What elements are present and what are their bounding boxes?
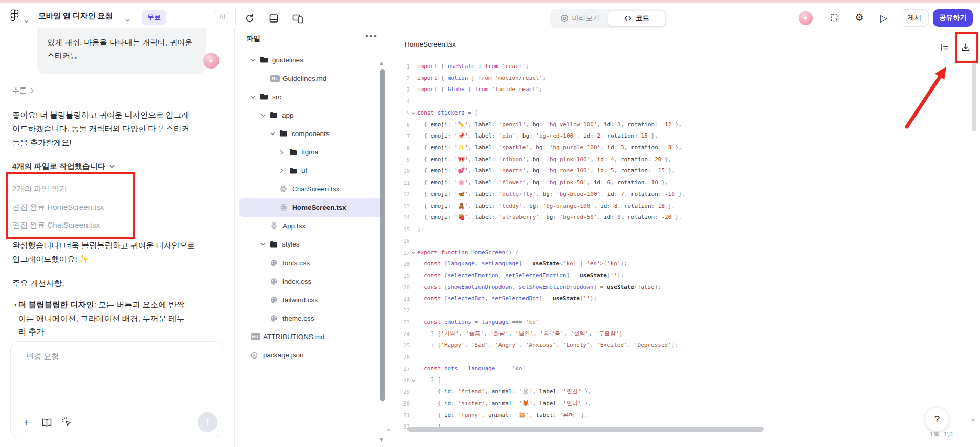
file-name: figma	[301, 148, 318, 156]
code-line: 26	[390, 351, 980, 363]
line-number: 14	[390, 212, 410, 223]
css-file-icon	[270, 278, 279, 285]
fold-chevron-icon[interactable]	[410, 374, 417, 386]
code-text: const emotions = language === 'ko'	[417, 317, 539, 328]
fold-gutter	[410, 351, 417, 363]
file-row-ChatScreen.tsx[interactable]: ChatScreen.tsx	[239, 180, 382, 198]
chevron-right-icon	[31, 88, 34, 93]
file-name: app	[282, 111, 294, 119]
code-text: { emoji: '🍓', label: 'strawberry', bg: '…	[417, 212, 682, 223]
code-text: import { motion } from 'motion/react';	[417, 73, 546, 84]
point-edit-cursor-icon[interactable]	[61, 416, 73, 429]
free-plan-badge[interactable]: 무료	[142, 10, 166, 25]
fold-chevron-icon[interactable]	[410, 107, 417, 119]
file-row-app[interactable]: app	[239, 106, 382, 124]
line-number: 7	[390, 130, 410, 142]
code-content[interactable]: 1import { useState } from 'react';2impor…	[390, 61, 980, 433]
line-number: 9	[390, 154, 410, 166]
file-row-ui[interactable]: ui	[239, 162, 382, 180]
fold-gutter	[410, 96, 417, 107]
preview-tab[interactable]: 미리보기	[552, 11, 608, 26]
run-play-icon[interactable]: ▷	[878, 12, 889, 24]
file-row-src[interactable]: src	[239, 87, 382, 106]
file-operation-item[interactable]: 편집 완료 HomeScreen.tsx	[12, 198, 104, 217]
title-chevron-icon[interactable]	[125, 15, 130, 24]
project-title[interactable]: 모바일 앱 디자인 요청	[38, 11, 113, 21]
file-row-components[interactable]: components	[239, 124, 382, 143]
css-file-icon	[270, 296, 279, 304]
file-tree: guidelinesM↓Guidelines.mdsrcappcomponent…	[235, 51, 386, 365]
file-row-App.tsx[interactable]: App.tsx	[239, 217, 382, 235]
help-button[interactable]: ?	[925, 408, 949, 431]
code-text: { emoji: '🦋', label: 'butterfly', bg: 'b…	[417, 189, 685, 200]
file-row-Guidelines.md[interactable]: M↓Guidelines.md	[239, 69, 382, 87]
line-number: 30	[390, 398, 410, 410]
file-row-tailwind.css[interactable]: tailwind.css	[239, 290, 382, 309]
devices-icon[interactable]	[292, 13, 303, 24]
code-line: 5const stickers = [	[390, 107, 980, 119]
horizontal-scrollbar[interactable]	[407, 427, 764, 432]
chat-input[interactable]: 변경 요청 + ↑	[10, 341, 223, 437]
settings-gear-icon[interactable]: ⚙	[854, 12, 865, 23]
reasoning-toggle[interactable]: 추론	[12, 86, 34, 95]
fold-chevron-icon[interactable]	[410, 247, 417, 259]
attach-plus-icon[interactable]: +	[20, 416, 32, 429]
line-number: 8	[390, 142, 410, 154]
panel-layout-icon[interactable]	[268, 13, 279, 24]
file-row-HomeScreen.tsx[interactable]: HomeScreen.tsx	[239, 198, 382, 217]
format-code-icon[interactable]	[939, 41, 951, 54]
file-row-package.json[interactable]: package.json	[239, 346, 382, 365]
files-scrollbar[interactable]	[380, 69, 385, 401]
assistant-message-1: 좋아요! 더 블링블링하고 귀여운 디자인으로 업그레이드하겠습니다. 동물 캐…	[12, 108, 192, 149]
code-text: : ['Happy', 'Sad', 'Angry', 'Anxious', '…	[417, 340, 678, 351]
figma-logo-icon[interactable]	[10, 9, 19, 25]
improvement-bullet: • 더 블링블링한 디자인: 모든 버튼과 요소에 반짝이는 애니메이션, 그라…	[14, 298, 188, 339]
file-row-styles[interactable]: styles	[239, 235, 382, 254]
user-avatar[interactable]: ♥	[799, 11, 813, 25]
files-scroll-down-icon[interactable]: ▼	[380, 437, 383, 442]
line-number: 29	[390, 386, 410, 398]
vertical-scrollbar[interactable]	[972, 59, 976, 131]
file-row-theme.css[interactable]: theme.css	[239, 309, 382, 327]
hscroll-left-icon[interactable]: ◀	[387, 428, 389, 432]
files-worked-toggle[interactable]: 4개의 파일로 작업했습니다	[12, 162, 115, 171]
files-menu-dots-icon[interactable]: •••	[365, 31, 378, 41]
file-operation-item[interactable]: 편집 완료 ChatScreen.tsx	[12, 216, 104, 235]
chevron-down-icon	[260, 242, 267, 246]
logo-menu-chevron-icon[interactable]	[24, 16, 29, 25]
file-name: ChatScreen.tsx	[292, 185, 339, 193]
vscroll-down-icon[interactable]: ▼	[971, 418, 975, 423]
refresh-icon[interactable]	[244, 13, 255, 24]
line-number: 4	[390, 96, 410, 107]
line-number: 2	[390, 73, 410, 84]
code-line: 9 { emoji: '🎀', label: 'ribbon', bg: 'bg…	[390, 154, 980, 166]
code-line: 3import { Globe } from 'lucide-react';	[390, 84, 980, 96]
code-text: const [showEmotionDropdown, setShowEmoti…	[417, 282, 661, 294]
fold-gutter	[410, 154, 417, 166]
code-text: const bots = language === 'ko'	[417, 363, 526, 375]
file-row-ATTRIBUTIONS.md[interactable]: M↓ATTRIBUTIONS.md	[239, 327, 382, 346]
files-panel: 파일 ••• guidelinesM↓Guidelines.mdsrcappco…	[235, 28, 390, 447]
publish-button[interactable]: 게시	[900, 9, 929, 27]
line-number: 32	[390, 421, 410, 433]
file-row-guidelines[interactable]: guidelines	[239, 51, 382, 69]
code-line: 15];	[390, 223, 980, 235]
react-file-icon	[280, 185, 289, 193]
share-button[interactable]: 공유하기	[933, 9, 973, 27]
code-line: 22	[390, 305, 980, 317]
file-row-fonts.css[interactable]: fonts.css	[239, 254, 382, 272]
line-number: 12	[390, 189, 410, 200]
send-button[interactable]: ↑	[198, 412, 217, 432]
reasoning-label: 추론	[12, 86, 27, 95]
guidelines-book-icon[interactable]	[40, 416, 53, 429]
files-scroll-up-icon[interactable]: ▲	[380, 60, 383, 65]
file-name: ui	[301, 167, 307, 174]
select-export-icon[interactable]	[830, 13, 841, 24]
download-icon[interactable]	[960, 41, 972, 54]
code-tab[interactable]: 코드	[608, 11, 665, 26]
file-row-index.css[interactable]: index.css	[239, 272, 382, 290]
file-row-figma[interactable]: figma	[239, 143, 382, 161]
file-operation-item[interactable]: 2개의 파일 읽기	[12, 180, 104, 198]
top-bar: 모바일 앱 디자인 요청 무료 AI	[0, 3, 980, 28]
line-number: 10	[390, 165, 410, 177]
